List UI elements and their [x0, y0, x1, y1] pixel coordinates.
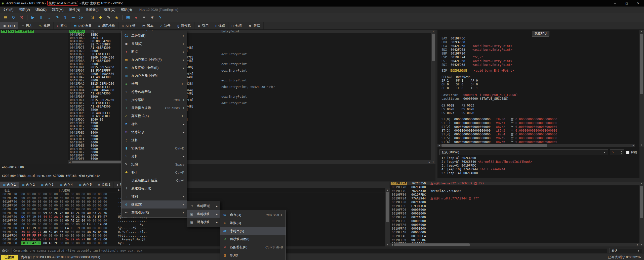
disasm-row[interactable]: 0042FDAFE8 D8A1FFFFcall acid burn.429F8C… — [0, 85, 431, 89]
register-line[interactable]: EBX 002CA000 — [441, 40, 633, 44]
argument-count-stepper[interactable]: 5 ▲▼ — [610, 149, 624, 155]
scrollbar-thumb[interactable] — [640, 34, 643, 94]
disasm-row[interactable]: 0042FDEE0000add byte ptr ds:[eax],al — [0, 144, 431, 147]
register-line[interactable]: ST(3) 00000000000000000000 x87r3 空 0.000… — [441, 129, 633, 133]
restart-icon[interactable]: ↻ — [10, 14, 17, 21]
help-icon[interactable]: ? — [157, 14, 164, 21]
scrollbar-thumb[interactable] — [386, 192, 389, 222]
tab-dump-2[interactable]: ▦内存 2 — [19, 182, 38, 188]
disasm-row[interactable]: 0042FDA78B00mov eax,dword ptr ds:[eax]ec… — [0, 79, 431, 82]
scroll-right-icon[interactable]: ▶ — [636, 243, 639, 246]
tab-log[interactable]: ≣日志 — [18, 22, 36, 29]
disasm-row[interactable]: 0042FD6B83C4 F4add esp,FFFFFFF4 — [0, 36, 431, 40]
tab-source[interactable]: {}源代码 — [174, 22, 194, 29]
unlock-checkbox[interactable] — [626, 151, 629, 154]
disasm-row[interactable]: 0042FDA98B15 38F84200mov edx,dword ptr d… — [0, 82, 431, 85]
disasm-row[interactable]: 0042FD6855push ebpEntryPoint — [0, 30, 431, 33]
disasm-row[interactable]: 0042FD698BECmov ebp,esp — [0, 33, 431, 36]
tab-notes[interactable]: ✎笔记 — [36, 22, 54, 29]
registers-horizontal-scrollbar[interactable]: ◀ ▶ — [437, 144, 635, 147]
register-line[interactable]: ST(0) 00000000000000000000 x87r0 空 0.000… — [441, 118, 633, 121]
disasm-row[interactable]: 0042FDA2A1 480A4300mov eax,dword ptr ds:… — [0, 76, 431, 79]
stack-row[interactable]: 0019FF9C00000000 — [390, 219, 639, 223]
register-line[interactable]: ST(2) 00000000000000000000 x87r2 空 0.000… — [441, 125, 633, 129]
disasm-row[interactable]: 0042FD848B0D 7C094300mov ecx,dword ptr d… — [0, 56, 431, 59]
disasm-row[interactable]: 0042FDE40000add byte ptr ds:[eax],al — [0, 128, 431, 131]
register-line[interactable]: ECX 0042FD68 <acid burn.EntryPoint> — [441, 44, 633, 48]
spinner-down-icon[interactable]: ▼ — [621, 152, 622, 154]
tab-script[interactable]: ▤脚本 — [139, 22, 157, 29]
register-line[interactable]: ST(6) 00000000000000000000 x87r6 空 0.000… — [441, 140, 633, 144]
menu-item-pattern[interactable]: #匹配特征(P)Ctrl+Shift+B — [220, 243, 286, 251]
register-line[interactable]: EDI 0042FD68 <acid burn.EntryPoint> — [441, 63, 633, 67]
register-line[interactable]: EFLAGS 00000244 — [441, 75, 633, 79]
stack-row[interactable]: 0019FF7C762C6340kernel32.762C6340 — [390, 189, 639, 193]
stack-row[interactable]: 0019FF78002CA000 — [390, 185, 639, 189]
menu-item-assemble[interactable]: ✎汇编Space — [122, 160, 187, 168]
dump-row[interactable]: 0019FFF068 FD 42 0000 A0 2C 0000 00 00 0… — [0, 241, 389, 245]
disasm-row[interactable]: 0042FDF20000add byte ptr ds:[eax],al — [0, 151, 431, 154]
menu-item-trace-record[interactable]: ≋追踪记录▸ — [122, 128, 187, 136]
disasm-row[interactable]: 0042FDBAA1 480A4300mov eax,dword ptr ds:… — [0, 92, 431, 95]
scroll-left-icon[interactable]: ◀ — [68, 160, 71, 164]
disasm-row[interactable]: 0042FDBF8B00mov eax,dword ptr ds:[eax]ec… — [0, 95, 431, 98]
menu-item-help-on-symbolic-name[interactable]: ?符号名称帮助 — [122, 88, 187, 96]
scroll-down-icon[interactable]: ▼ — [640, 143, 643, 147]
scylla-icon[interactable]: S — [89, 14, 96, 21]
disassembly-panel[interactable]: 0042FD6855push ebpEntryPoint0042FD698BEC… — [0, 30, 431, 164]
scrollbar-thumb[interactable] — [394, 243, 470, 246]
execute-till-return-icon[interactable]: ⇧ — [62, 14, 69, 21]
register-line[interactable]: ESI 0042FD68 <acid burn.EntryPoint> — [441, 59, 633, 63]
tab-references[interactable]: ◉引用 — [194, 22, 212, 29]
tab-dump-3[interactable]: ▦内存 3 — [38, 182, 57, 188]
disasm-row[interactable]: 0042FD7FE8 F0A1FFFFcall acid burn.429F74… — [0, 53, 431, 56]
tab-symbols[interactable]: Σ符号 — [157, 22, 174, 29]
menu-item-show-mnemonic-brief[interactable]: i显示指令提示Ctrl+Shift+F1 — [122, 104, 187, 112]
disasm-row[interactable]: 0042FDD18B00mov eax,dword ptr ds:[eax] — [0, 108, 431, 112]
menu-item-search[interactable]: ⊙搜索(S)▸ — [122, 200, 187, 209]
register-line[interactable]: GS 002B FS 0053 — [441, 104, 633, 108]
menu-item-copy[interactable]: ▣复制(C)▸ — [122, 40, 187, 48]
menu-item-breakpoint[interactable]: ●断点▸ — [122, 48, 187, 56]
disasm-row[interactable]: 0042FD73E8 7453FDFFcall acid burn.4050EC — [0, 43, 431, 46]
menubar-item[interactable]: 帮助(H) — [118, 7, 135, 13]
memory-map-icon[interactable]: ▦ — [125, 14, 132, 21]
menu-item-toggle-bookmark[interactable]: ▮切换书签Ctrl+D — [122, 144, 187, 152]
menu-item-comment[interactable]: ;注释; — [122, 136, 187, 144]
disasm-row[interactable]: 0042FDF00000add byte ptr ds:[eax],al — [0, 147, 431, 151]
register-line[interactable]: ESP 0019FF74 "Yc,v" — [441, 56, 633, 59]
menu-item-string-references[interactable]: az字符串(S) — [220, 227, 286, 235]
stack-row[interactable]: 0019FFA000000000 — [390, 223, 639, 227]
scroll-up-icon[interactable]: ▲ — [386, 188, 389, 192]
menubar-item[interactable]: 视图(V) — [16, 7, 33, 13]
tab-handles[interactable]: □句柄 — [228, 22, 245, 29]
pause-icon[interactable]: ‖ — [37, 14, 45, 21]
menu-item-current-region[interactable]: □当前区域▸ — [187, 202, 220, 210]
scroll-left-icon[interactable]: ◀ — [437, 144, 441, 147]
scroll-up-icon[interactable]: ▲ — [640, 182, 643, 185]
graph-icon[interactable]: ◈ — [113, 14, 120, 21]
menu-item-patch[interactable]: ✚补丁Ctrl+P — [122, 168, 187, 176]
menubar-item[interactable]: 插件(N) — [66, 7, 83, 13]
tab-call-stack[interactable]: ≡调用堆栈 — [95, 22, 118, 29]
run-to-user-code-icon[interactable]: ↦ — [70, 14, 77, 21]
register-line[interactable]: EAX 0019FFCC — [441, 37, 633, 40]
stack-panel[interactable]: 0019FF74762C6359返回到 kernel32.762C6359 自 … — [390, 182, 639, 246]
open-file-icon[interactable]: ▤ — [2, 14, 9, 21]
stack-row[interactable]: 0019FF88002CA000 — [390, 200, 639, 204]
stack-vertical-scrollbar[interactable]: ▲ ▼ — [639, 182, 644, 246]
assemble-icon[interactable]: ✎ — [105, 14, 112, 21]
close-button[interactable]: ✕ — [632, 0, 644, 7]
register-line[interactable]: CS 0023 SS 002B — [441, 111, 633, 115]
tab-trace[interactable]: ≫跟踪 — [245, 22, 264, 29]
scroll-left-icon[interactable]: ◀ — [390, 243, 394, 246]
dump-row[interactable]: 0019FFD0FF FF FF FF00 00 00 0000 00 00 0… — [0, 234, 389, 238]
tab-cpu[interactable]: ▣CPU — [0, 22, 18, 29]
stack-row[interactable]: 0019FF98002CA000 — [390, 216, 639, 219]
step-into-icon[interactable]: ↓ — [46, 14, 53, 21]
register-line[interactable]: ES 002B DS 002B — [441, 108, 633, 111]
disasm-row[interactable]: 0042FDD8E8 6337FDFFcall acid burn.40353C — [0, 115, 431, 118]
disasm-row[interactable]: 0042FDEA0000add byte ptr ds:[eax],al — [0, 138, 431, 141]
disasm-row[interactable]: 0042FDEC0000add byte ptr ds:[eax],al — [0, 141, 431, 144]
menu-item-analysis[interactable]: Σ分析▸ — [122, 152, 187, 160]
